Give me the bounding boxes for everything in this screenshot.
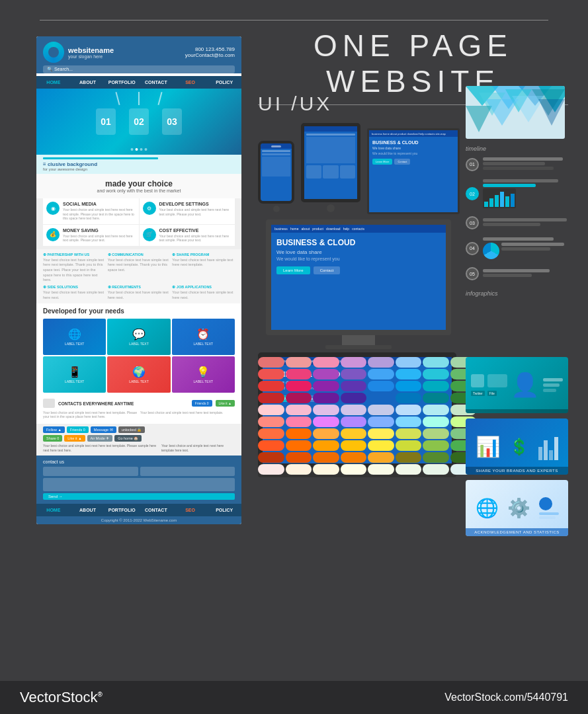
- bottom-nav-portfolio[interactable]: PORTFOLIO: [105, 506, 139, 514]
- phone-line-2: [262, 153, 290, 155]
- bar-2: [544, 440, 548, 460]
- website-mockup: websitename your slogan here 800 123.456…: [36, 36, 241, 524]
- tbar-2-1: [483, 179, 558, 182]
- form-textarea[interactable]: [43, 478, 235, 491]
- footer-brand-stock: Stock: [61, 689, 97, 705]
- timeline-num-5: 05: [466, 267, 479, 280]
- svg-marker-10: [538, 99, 565, 126]
- dev-icon-6: 💡: [194, 366, 213, 378]
- swatch-10-7: [423, 464, 449, 475]
- nav-home[interactable]: HOME: [36, 79, 71, 86]
- swatch-3-4: [341, 381, 367, 391]
- swatch-5-2: [286, 405, 312, 415]
- tablet-content: [304, 132, 357, 180]
- nav-seo[interactable]: SEO: [173, 79, 208, 86]
- bottom-nav-seo[interactable]: SEO: [173, 506, 208, 514]
- bottom-nav-about[interactable]: ABOUT: [71, 506, 105, 514]
- swatch-row-10: [258, 464, 476, 475]
- nav-portfolio[interactable]: PORTFOLIO: [105, 79, 139, 86]
- person-icon: 👤: [511, 372, 540, 399]
- footer-url: VectorStock.com/5440791: [444, 692, 568, 703]
- link-text-1: Your best choice text have simple text h…: [43, 258, 106, 283]
- swatch-6-4: [341, 416, 367, 427]
- swatch-10-1: [258, 464, 284, 475]
- card-1-icons: Twitter File: [471, 374, 507, 396]
- btn-unlocked[interactable]: unlocked 🔓: [118, 426, 146, 433]
- btn-like[interactable]: Like it ▲: [64, 435, 85, 442]
- phone-status-bar: [261, 143, 292, 149]
- logo-text: websitename your slogan here: [68, 46, 114, 59]
- bottom-nav-policy[interactable]: POLICY: [207, 506, 241, 514]
- nav-contact[interactable]: CONTACT: [139, 79, 173, 86]
- monitor-content: BUSINESS & CLOUD We love data share We w…: [271, 233, 446, 280]
- tagline-main: ≡ clusive background: [43, 161, 235, 167]
- btn-friends[interactable]: Friends 0: [67, 426, 89, 433]
- contact-form: contact us Send →: [36, 456, 241, 504]
- nav-about[interactable]: ABOUT: [71, 79, 105, 86]
- phone-content-area: [262, 157, 290, 177]
- swatch-7-2: [286, 428, 312, 439]
- link-text-2: Your best choice text have simple text h…: [108, 258, 171, 273]
- btn-airmode[interactable]: Air Mode ✈: [87, 435, 113, 442]
- monitor-base: [325, 345, 392, 349]
- btn-message[interactable]: Message ✉: [91, 426, 116, 433]
- timeline-num-4: 04: [466, 242, 479, 255]
- tablet-top: [304, 126, 357, 132]
- swatch-2-3: [313, 369, 339, 379]
- stat-bar-3: [543, 389, 556, 392]
- business-screenshot: business home about product download hel…: [367, 128, 460, 214]
- social-text-2: Your best choice and simple text next he…: [161, 444, 235, 453]
- timeline-item-5: 05: [466, 267, 571, 280]
- dev-cell-6: 💡 LABEL TEXT: [172, 356, 235, 393]
- form-submit-btn[interactable]: Send →: [43, 493, 235, 500]
- tablet-icon: [471, 374, 484, 387]
- swatch-9-5: [368, 452, 394, 463]
- avatar-circle: [539, 497, 552, 510]
- pie-chart-mini: [483, 243, 499, 259]
- swatch-4-4: [341, 393, 367, 403]
- swatch-6-6: [396, 416, 422, 427]
- btn-gohome[interactable]: Go home 🏠: [114, 435, 142, 442]
- service-desc-3: Your best choice and simple text here ne…: [63, 234, 136, 243]
- btn-follow[interactable]: Follow ▲: [43, 426, 65, 433]
- timeline-item-3: 03: [466, 216, 571, 229]
- dot-2: [136, 148, 138, 151]
- swatch-10-4: [341, 464, 367, 475]
- preview-thumbnail: [466, 86, 565, 139]
- dev-cell-6-content: 💡 LABEL TEXT: [191, 363, 216, 386]
- svg-marker-7: [466, 106, 492, 132]
- dev-cell-3: ⏰ LABEL TEXT: [172, 319, 235, 355]
- mockup-logo: websitename your slogan here: [43, 42, 114, 63]
- dot-4: [145, 148, 147, 151]
- link-title-2: ⊕ COMMUNICATION: [108, 253, 171, 257]
- card-3-person: [539, 497, 559, 519]
- btn-share[interactable]: Share 0: [43, 435, 62, 442]
- service-title-3: MONEY SAVING: [63, 228, 136, 233]
- timeline-num-2: 02: [466, 187, 479, 200]
- link-title-1: ⊕ PARTNERSHIP WITH US: [43, 253, 106, 257]
- form-input-2[interactable]: [140, 467, 235, 476]
- swatch-1-4: [341, 357, 367, 368]
- nav-policy[interactable]: POLICY: [207, 79, 241, 86]
- tablet-icon-1: [306, 165, 321, 178]
- swatch-5-7: [423, 405, 449, 415]
- light-3: [157, 92, 162, 105]
- dev-cell-4: 📱 LABEL TEXT: [43, 356, 106, 393]
- swatch-5-6: [396, 405, 422, 415]
- tbar-2-2: [483, 184, 536, 187]
- link-title-4: ⊕ SIDE SOLUTIONS: [43, 285, 106, 289]
- svg-rect-16: [511, 194, 515, 207]
- swatch-2-2: [286, 369, 312, 379]
- timeline-bars-5: [483, 269, 571, 278]
- top-divider: [40, 20, 548, 20]
- card-business: Twitter File 👤: [466, 357, 568, 413]
- svg-rect-15: [505, 196, 509, 207]
- bottom-nav-home[interactable]: HOME: [36, 506, 71, 514]
- link-text-5: Your best choice text have simple text h…: [108, 290, 171, 300]
- phone-number: 800 123.456.789: [185, 46, 235, 52]
- dev-icon-5: 🌍: [129, 366, 148, 378]
- search-bar[interactable]: 🔍 Search...: [43, 65, 235, 73]
- dev-text-4: LABEL TEXT: [65, 379, 84, 383]
- form-input-1[interactable]: [43, 467, 138, 476]
- bottom-nav-contact[interactable]: CONTACT: [139, 506, 173, 514]
